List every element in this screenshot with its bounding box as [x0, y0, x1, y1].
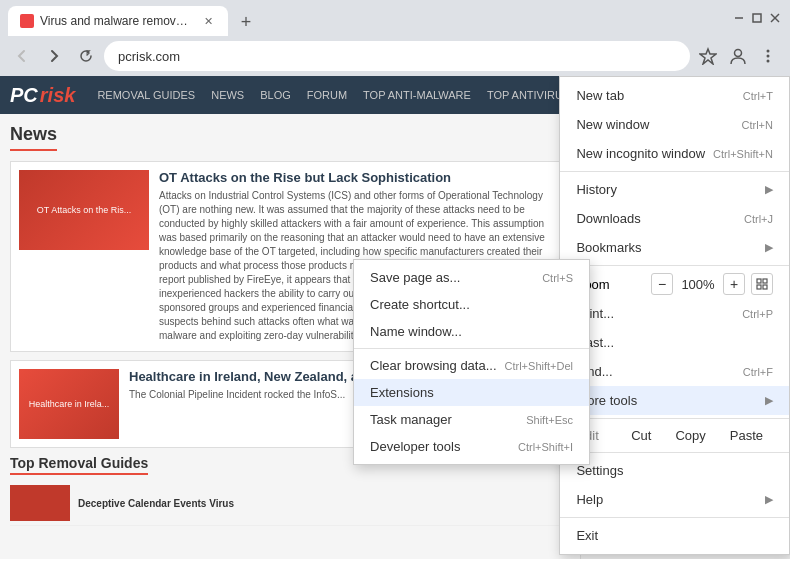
menu-item-new-tab-label: New tab	[576, 88, 734, 103]
news-section-title: News	[10, 124, 57, 151]
menu-item-bookmarks-label: Bookmarks	[576, 240, 757, 255]
chrome-menu-icon[interactable]	[754, 42, 782, 70]
article-2-img-text: Healthcare in Irela...	[29, 399, 110, 409]
menu-item-print-label: Print...	[576, 306, 734, 321]
profile-icon[interactable]	[724, 42, 752, 70]
menu-item-more-tools-label: More tools	[576, 393, 757, 408]
menu-item-downloads[interactable]: Downloads Ctrl+J	[560, 204, 789, 233]
removal-item-title: Deceptive Calendar Events Virus	[78, 498, 234, 509]
window-controls	[732, 11, 782, 25]
submenu-item-save-page[interactable]: Save page as... Ctrl+S	[354, 264, 589, 291]
submenu-item-task-manager[interactable]: Task manager Shift+Esc	[354, 406, 589, 433]
webpage-content: PCrisk REMOVAL GUIDES NEWS BLOG FORUM TO…	[0, 76, 790, 559]
zoom-fullscreen-button[interactable]	[751, 273, 773, 295]
svg-point-5	[735, 50, 742, 57]
submenu-item-clear-browsing[interactable]: Clear browsing data... Ctrl+Shift+Del	[354, 352, 589, 379]
menu-item-find-shortcut: Ctrl+F	[743, 366, 773, 378]
edit-row: Edit Cut Copy Paste	[560, 422, 789, 449]
menu-item-cast[interactable]: Cast...	[560, 328, 789, 357]
close-button[interactable]	[768, 11, 782, 25]
submenu-save-page-label: Save page as...	[370, 270, 460, 285]
active-tab[interactable]: Virus and malware removal instr... ✕	[8, 6, 228, 36]
nav-blog[interactable]: BLOG	[252, 76, 299, 114]
more-tools-submenu: Save page as... Ctrl+S Create shortcut..…	[353, 259, 590, 465]
submenu-clear-browsing-label: Clear browsing data...	[370, 358, 496, 373]
submenu-save-page-shortcut: Ctrl+S	[542, 272, 573, 284]
submenu-item-create-shortcut[interactable]: Create shortcut...	[354, 291, 589, 318]
minimize-button[interactable]	[732, 11, 746, 25]
menu-divider-1	[560, 171, 789, 172]
nav-anti-malware[interactable]: TOP ANTI-MALWARE	[355, 76, 479, 114]
removal-item-1: Deceptive Calendar Events Virus	[10, 481, 570, 526]
bookmark-star-icon[interactable]	[694, 42, 722, 70]
menu-divider-4	[560, 452, 789, 453]
title-bar: Virus and malware removal instr... ✕ +	[0, 0, 790, 36]
svg-rect-12	[763, 285, 767, 289]
menu-divider-5	[560, 517, 789, 518]
removal-section-title: Top Removal Guides	[10, 455, 148, 475]
address-input[interactable]	[104, 41, 690, 71]
menu-item-print-shortcut: Ctrl+P	[742, 308, 773, 320]
menu-item-new-tab[interactable]: New tab Ctrl+T	[560, 81, 789, 110]
submenu-create-shortcut-label: Create shortcut...	[370, 297, 470, 312]
new-tab-button[interactable]: +	[232, 8, 260, 36]
submenu-task-manager-shortcut: Shift+Esc	[526, 414, 573, 426]
paste-button[interactable]: Paste	[720, 426, 773, 445]
zoom-increase-button[interactable]: +	[723, 273, 745, 295]
svg-marker-4	[700, 49, 716, 64]
pcrisk-logo: PCrisk	[10, 84, 75, 107]
copy-button[interactable]: Copy	[665, 426, 715, 445]
chrome-dropdown-menu: New tab Ctrl+T New window Ctrl+N New inc…	[559, 76, 790, 555]
menu-item-new-window[interactable]: New window Ctrl+N	[560, 110, 789, 139]
tab-area: Virus and malware removal instr... ✕ +	[8, 0, 732, 36]
submenu-item-developer-tools[interactable]: Developer tools Ctrl+Shift+I	[354, 433, 589, 460]
tab-title: Virus and malware removal instr...	[40, 14, 194, 28]
menu-item-settings[interactable]: Settings	[560, 456, 789, 485]
nav-removal-guides[interactable]: REMOVAL GUIDES	[89, 76, 203, 114]
menu-item-incognito[interactable]: New incognito window Ctrl+Shift+N	[560, 139, 789, 168]
submenu-item-name-window[interactable]: Name window...	[354, 318, 589, 345]
menu-item-help[interactable]: Help ▶	[560, 485, 789, 514]
submenu-task-manager-label: Task manager	[370, 412, 452, 427]
removal-item-image	[10, 485, 70, 521]
nav-news[interactable]: NEWS	[203, 76, 252, 114]
edit-buttons: Cut Copy Paste	[621, 426, 773, 445]
article-1-image: OT Attacks on the Ris...	[19, 170, 149, 250]
forward-button[interactable]	[40, 42, 68, 70]
menu-divider-3	[560, 418, 789, 419]
submenu-item-extensions[interactable]: Extensions	[354, 379, 589, 406]
menu-item-new-tab-shortcut: Ctrl+T	[743, 90, 773, 102]
menu-item-new-window-label: New window	[576, 117, 733, 132]
back-button[interactable]	[8, 42, 36, 70]
menu-divider-2	[560, 265, 789, 266]
menu-item-history-label: History	[576, 182, 757, 197]
maximize-button[interactable]	[750, 11, 764, 25]
article-1-title: OT Attacks on the Rise but Lack Sophisti…	[159, 170, 561, 185]
menu-item-more-tools[interactable]: More tools ▶	[560, 386, 789, 415]
menu-item-history[interactable]: History ▶	[560, 175, 789, 204]
cut-button[interactable]: Cut	[621, 426, 661, 445]
menu-item-bookmarks[interactable]: Bookmarks ▶	[560, 233, 789, 262]
zoom-decrease-button[interactable]: −	[651, 273, 673, 295]
toolbar-icons	[694, 42, 782, 70]
menu-item-history-arrow: ▶	[765, 183, 773, 196]
svg-rect-10	[763, 279, 767, 283]
menu-item-settings-label: Settings	[576, 463, 773, 478]
menu-item-exit[interactable]: Exit	[560, 521, 789, 550]
svg-rect-1	[753, 14, 761, 22]
menu-item-find[interactable]: Find... Ctrl+F	[560, 357, 789, 386]
submenu-developer-tools-label: Developer tools	[370, 439, 460, 454]
submenu-clear-browsing-shortcut: Ctrl+Shift+Del	[505, 360, 573, 372]
nav-forum[interactable]: FORUM	[299, 76, 355, 114]
reload-button[interactable]	[72, 42, 100, 70]
tab-close-button[interactable]: ✕	[200, 13, 216, 29]
tab-favicon	[20, 14, 34, 28]
menu-item-incognito-shortcut: Ctrl+Shift+N	[713, 148, 773, 160]
menu-item-print[interactable]: Print... Ctrl+P	[560, 299, 789, 328]
zoom-row: Zoom − 100% +	[560, 269, 789, 299]
svg-rect-11	[757, 285, 761, 289]
menu-item-new-window-shortcut: Ctrl+N	[742, 119, 773, 131]
menu-item-find-label: Find...	[576, 364, 734, 379]
svg-point-6	[767, 50, 770, 53]
logo-risk-text: risk	[40, 84, 76, 107]
